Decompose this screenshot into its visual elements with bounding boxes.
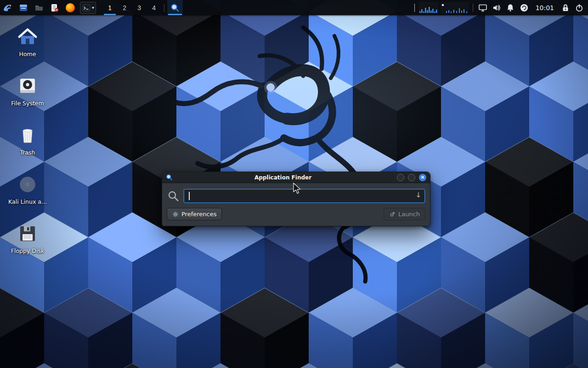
text-editor-icon <box>50 3 59 12</box>
file-system-icon <box>17 75 39 97</box>
desktop-icon-label: File System <box>11 100 44 107</box>
folder-launcher[interactable] <box>31 0 47 15</box>
desktop-icon-label: Trash <box>20 150 35 156</box>
update-icon <box>520 3 529 12</box>
trash-icon <box>17 124 39 146</box>
search-input[interactable] <box>184 189 425 203</box>
window-title: Application Finder <box>173 174 393 181</box>
launch-label: Launch <box>398 211 420 218</box>
logout-tray[interactable] <box>572 0 586 15</box>
cpu-graph-dots <box>441 2 469 14</box>
folder-icon <box>34 3 44 12</box>
power-icon <box>575 3 584 12</box>
desktop-icon-label: Kali Linux a... <box>8 199 47 205</box>
volume-tray[interactable] <box>490 0 503 15</box>
cpu-monitor-graph[interactable] <box>441 2 469 14</box>
workspace-4[interactable]: 4 <box>147 0 161 15</box>
application-finder-window: Application Finder ✕ ↓ Preferences <box>162 172 430 226</box>
clock[interactable]: 10:01 <box>536 4 554 12</box>
updates-tray[interactable] <box>517 0 531 15</box>
network-monitor-graph[interactable] <box>418 2 439 14</box>
desktop-icon-trash[interactable]: Trash <box>6 121 50 170</box>
file-manager-icon <box>19 3 28 12</box>
desktop-icon-kali-volume[interactable]: Kali Linux a... <box>6 170 50 219</box>
taskbar-application-finder[interactable] <box>167 0 183 15</box>
desktop-icon-home[interactable]: Home <box>6 22 50 71</box>
desktop-icon-file-system[interactable]: File System <box>6 71 50 121</box>
maximize-button[interactable] <box>408 174 415 181</box>
text-editor-launcher[interactable] <box>47 0 62 15</box>
terminal-icon <box>82 3 91 12</box>
screen-lock-tray[interactable] <box>559 0 572 15</box>
desktop-icon-label: Floppy Disk <box>11 248 44 254</box>
volume-disk-icon <box>17 173 39 196</box>
workspace-1[interactable]: 1 <box>102 0 117 15</box>
search-input-wrap: ↓ <box>184 189 425 203</box>
panel-separator <box>164 4 164 12</box>
workspace-3[interactable]: 3 <box>132 0 147 15</box>
desktop-icon-label: Home <box>19 51 36 58</box>
panel-separator <box>473 4 473 12</box>
close-button[interactable]: ✕ <box>419 174 426 181</box>
preferences-button[interactable]: Preferences <box>167 208 222 220</box>
terminal-launcher[interactable]: ▾ <box>80 2 96 14</box>
firefox-launcher[interactable] <box>62 0 78 15</box>
floppy-disk-icon <box>17 223 39 245</box>
search-row: ↓ <box>162 183 430 206</box>
firefox-icon <box>66 3 75 12</box>
search-icon <box>167 190 179 202</box>
workspace-switcher: 1 2 3 4 <box>102 0 161 15</box>
chevron-down-icon[interactable]: ▾ <box>92 5 94 10</box>
home-icon <box>17 26 39 48</box>
bell-icon <box>506 3 515 12</box>
launch-button[interactable]: Launch <box>384 208 425 220</box>
launch-icon <box>389 211 396 218</box>
workspace-2[interactable]: 2 <box>117 0 132 15</box>
panel-separator <box>414 4 415 12</box>
dialog-button-row: Preferences Launch <box>162 206 430 226</box>
close-icon: ✕ <box>421 175 424 180</box>
notifications-tray[interactable] <box>503 0 517 15</box>
desktop-icon-floppy[interactable]: Floppy Disk <box>6 219 50 268</box>
window-app-icon <box>166 174 173 181</box>
window-controls: ✕ <box>393 174 426 181</box>
search-icon <box>170 3 180 12</box>
top-panel: ▾ 1 2 3 4 <box>0 0 588 15</box>
display-settings-tray[interactable] <box>476 0 490 15</box>
lock-icon <box>561 3 570 12</box>
gear-icon <box>172 211 179 218</box>
volume-icon <box>492 3 501 12</box>
desktop-icon-column: Home File System Trash Kali Linux a... <box>6 22 50 268</box>
minimize-button[interactable] <box>397 174 404 181</box>
kali-menu-button[interactable] <box>0 0 16 15</box>
file-manager-launcher[interactable] <box>16 0 31 15</box>
display-icon <box>478 3 487 12</box>
kali-logo-icon <box>2 2 13 13</box>
network-graph-bars <box>418 2 439 14</box>
preferences-label: Preferences <box>181 211 216 218</box>
window-titlebar[interactable]: Application Finder ✕ <box>162 172 430 183</box>
